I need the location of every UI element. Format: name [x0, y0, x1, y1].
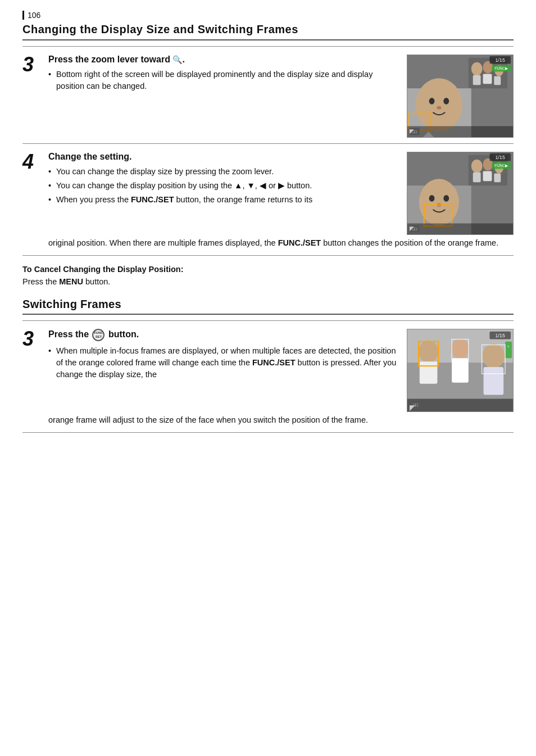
svg-rect-42 [407, 223, 513, 234]
step3-image: 1/15 FUNC▶ [407, 55, 514, 138]
svg-text:FUNC▶: FUNC▶ [494, 66, 508, 70]
svg-text:□□: □□ [412, 130, 417, 134]
step3b-extra: orange frame will adjust to the size of … [48, 414, 514, 427]
switching-frames-title: Switching Frames [22, 298, 514, 315]
step3-title: Press the zoom lever toward 🔍. [48, 55, 398, 65]
cancel-title: To Cancel Changing the Display Position: [22, 264, 514, 276]
svg-point-26 [471, 160, 483, 173]
step3b-content: Press the button. When multiple in-focus… [48, 329, 514, 427]
step3-number: 3 [22, 55, 48, 138]
svg-rect-6 [473, 75, 481, 85]
step4-content: Change the setting. You can change the d… [48, 152, 514, 250]
svg-rect-31 [494, 173, 501, 182]
svg-text:1/15: 1/15 [496, 57, 505, 63]
main-section-title: Changing the Display Size and Switching … [22, 23, 514, 40]
step4-bullets: You can change the display size by press… [48, 166, 398, 206]
step4-bullet-3: When you press the FUNC./SET button, the… [48, 194, 398, 206]
svg-point-3 [471, 62, 483, 76]
svg-rect-19 [407, 126, 513, 137]
svg-point-38 [429, 195, 435, 202]
svg-text:1/15: 1/15 [496, 333, 505, 338]
cancel-text: Press the MENU button. [22, 276, 514, 288]
svg-point-56 [451, 339, 469, 359]
svg-point-37 [419, 179, 459, 225]
page-number: 106 [22, 11, 40, 20]
svg-text:1/15: 1/15 [496, 155, 505, 160]
svg-text:□□: □□ [414, 404, 419, 408]
step3b-image: 1/15 c [407, 329, 514, 412]
step3b-number: 3 [22, 329, 48, 427]
svg-rect-7 [483, 74, 492, 84]
step4-image: 1/15 FUNC▶ □□ [407, 152, 514, 235]
svg-point-39 [443, 195, 449, 202]
svg-text:FUNC▶: FUNC▶ [494, 164, 508, 168]
step4-block: 4 Change the setting. You can change the… [22, 144, 514, 256]
step3b-bullets: When multiple in-focus frames are displa… [48, 345, 398, 381]
svg-text:□□: □□ [412, 227, 417, 231]
svg-point-16 [443, 98, 449, 105]
cancel-section: To Cancel Changing the Display Position:… [22, 264, 514, 288]
svg-point-15 [429, 98, 435, 105]
step4-bullet-2: You can change the display position by u… [48, 180, 398, 192]
svg-rect-29 [473, 172, 481, 182]
step3b-title: Press the button. [48, 329, 398, 341]
step3-block: 3 Press the zoom lever toward 🔍. Bottom … [22, 46, 514, 144]
svg-point-54 [419, 341, 439, 363]
svg-rect-52 [505, 342, 512, 359]
step4-number: 4 [22, 152, 48, 250]
step3-bullets: Bottom right of the screen will be displ… [48, 69, 398, 92]
step3-bullet-1: Bottom right of the screen will be displ… [48, 69, 398, 92]
svg-rect-55 [420, 361, 438, 384]
svg-point-14 [416, 78, 462, 132]
svg-rect-30 [483, 171, 492, 181]
svg-rect-59 [484, 367, 504, 395]
step3b-block: 3 Press the button. When multiple in-foc… [22, 320, 514, 433]
step4-extra: original position. When there are multip… [48, 237, 514, 250]
svg-point-58 [483, 344, 505, 369]
step3-content: Press the zoom lever toward 🔍. Bottom ri… [48, 55, 514, 138]
svg-text:c: c [508, 345, 510, 348]
svg-rect-8 [494, 76, 501, 85]
svg-point-17 [437, 106, 441, 110]
svg-rect-57 [452, 358, 469, 383]
step4-bullet-1: You can change the display size by press… [48, 166, 398, 178]
step4-title: Change the setting. [48, 152, 398, 162]
step3b-bullet-1: When multiple in-focus frames are displa… [48, 345, 398, 381]
svg-rect-63 [407, 399, 513, 412]
func-set-icon [92, 329, 105, 341]
